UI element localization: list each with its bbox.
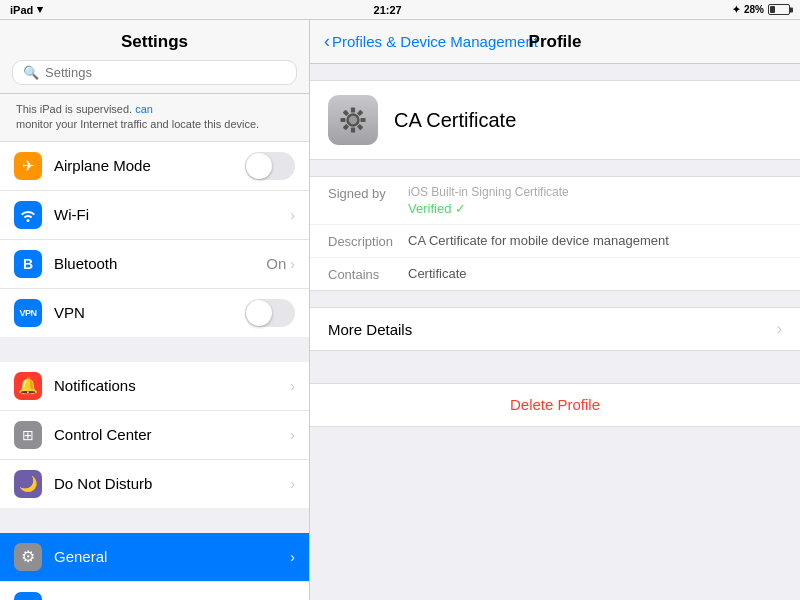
svg-rect-4 [351, 128, 355, 133]
vpn-label: VPN [54, 304, 245, 321]
signed-by-content: iOS Built-in Signing Certificate Verifie… [408, 185, 569, 216]
ipad-label: iPad [10, 4, 33, 16]
dnd-label: Do Not Disturb [54, 475, 290, 492]
notifications-arrow-icon: › [290, 378, 295, 394]
verified-row: Verified ✓ [408, 201, 569, 216]
main-layout: Settings 🔍 This iPad is supervised. can … [0, 20, 800, 600]
settings-gear-svg [328, 95, 378, 145]
sidebar: Settings 🔍 This iPad is supervised. can … [0, 20, 310, 600]
control-center-label: Control Center [54, 426, 290, 443]
sidebar-item-notifications[interactable]: 🔔 Notifications › [0, 362, 309, 411]
battery-icon [768, 4, 790, 15]
sidebar-item-dnd[interactable]: 🌙 Do Not Disturb › [0, 460, 309, 508]
sidebar-item-control-center[interactable]: ⊞ Control Center › [0, 411, 309, 460]
sidebar-item-airplane[interactable]: ✈ Airplane Mode [0, 142, 309, 191]
nav-title: Profile [529, 32, 582, 52]
more-details-label: More Details [328, 321, 412, 338]
settings-list: ✈ Airplane Mode Wi-Fi › B Bluetooth On [0, 142, 309, 600]
dnd-arrow-icon: › [290, 476, 295, 492]
sidebar-item-display[interactable]: AA Display & Brightness › [0, 582, 309, 600]
bluetooth-settings-icon: B [14, 250, 42, 278]
contains-value: Certificate [408, 266, 782, 281]
nav-back-arrow-icon: ‹ [324, 31, 330, 52]
dnd-icon: 🌙 [14, 470, 42, 498]
sidebar-item-vpn[interactable]: VPN VPN [0, 289, 309, 337]
bluetooth-arrow-icon: › [290, 256, 295, 272]
bluetooth-label: Bluetooth [54, 255, 266, 272]
profile-content: CA Certificate Signed by iOS Built-in Si… [310, 64, 800, 600]
supervised-can: can [135, 103, 153, 115]
separator-1 [0, 338, 309, 362]
separator-2 [0, 509, 309, 533]
profile-icon-wrap [328, 95, 378, 145]
verified-checkmark-icon: ✓ [455, 201, 466, 216]
settings-section-connectivity: ✈ Airplane Mode Wi-Fi › B Bluetooth On [0, 142, 309, 337]
general-arrow-icon: › [290, 549, 295, 565]
display-icon: AA [14, 592, 42, 600]
general-icon: ⚙ [14, 543, 42, 571]
contains-label: Contains [328, 266, 408, 282]
battery-percent: 28% [744, 4, 764, 15]
battery-fill [770, 6, 775, 13]
nav-bar-inner: ‹ Profiles & Device Management Profile [324, 31, 786, 52]
wifi-label: Wi-Fi [54, 206, 290, 223]
more-details-arrow-icon: › [777, 320, 782, 338]
wifi-status-icon: ▾ [37, 3, 43, 16]
contains-row: Contains Certificate [310, 258, 800, 290]
supervised-text: This iPad is supervised. can monitor you… [16, 102, 259, 133]
description-value: CA Certificate for mobile device managem… [408, 233, 782, 248]
signed-by-label: Signed by [328, 185, 408, 201]
nav-back-label: Profiles & Device Management [332, 33, 538, 50]
wifi-icon [14, 201, 42, 229]
notifications-icon: 🔔 [14, 372, 42, 400]
profile-card: CA Certificate [310, 80, 800, 160]
sidebar-item-general[interactable]: ⚙ General › [0, 533, 309, 582]
control-center-icon: ⊞ [14, 421, 42, 449]
settings-section-system: 🔔 Notifications › ⊞ Control Center › 🌙 D… [0, 362, 309, 508]
verified-label: Verified [408, 201, 451, 216]
airplane-label: Airplane Mode [54, 157, 245, 174]
airplane-toggle[interactable] [245, 152, 295, 180]
sidebar-header: Settings 🔍 [0, 20, 309, 94]
search-input[interactable] [45, 65, 286, 80]
status-left: iPad ▾ [10, 3, 43, 16]
vpn-toggle[interactable] [245, 299, 295, 327]
sidebar-title: Settings [12, 28, 297, 60]
wifi-arrow-icon: › [290, 207, 295, 223]
search-box[interactable]: 🔍 [12, 60, 297, 85]
control-center-arrow-icon: › [290, 427, 295, 443]
sidebar-item-wifi[interactable]: Wi-Fi › [0, 191, 309, 240]
sidebar-item-bluetooth[interactable]: B Bluetooth On › [0, 240, 309, 289]
svg-rect-6 [341, 118, 346, 122]
delete-profile-section[interactable]: Delete Profile [310, 383, 800, 427]
signed-by-row: Signed by iOS Built-in Signing Certifica… [310, 177, 800, 225]
airplane-icon: ✈ [14, 152, 42, 180]
search-icon: 🔍 [23, 65, 39, 80]
delete-profile-label: Delete Profile [510, 396, 600, 413]
more-details-row[interactable]: More Details › [310, 307, 800, 351]
svg-rect-3 [351, 108, 355, 113]
bluetooth-value: On [266, 255, 286, 272]
nav-bar: ‹ Profiles & Device Management Profile [310, 20, 800, 64]
vpn-icon: VPN [14, 299, 42, 327]
bluetooth-icon: ✦ [732, 4, 740, 15]
profile-details: Signed by iOS Built-in Signing Certifica… [310, 176, 800, 291]
description-label: Description [328, 233, 408, 249]
status-bar: iPad ▾ 21:27 ✦ 28% [0, 0, 800, 20]
content-separator [310, 367, 800, 383]
signed-by-value: iOS Built-in Signing Certificate [408, 185, 569, 199]
nav-back-button[interactable]: ‹ Profiles & Device Management [324, 31, 538, 52]
svg-rect-5 [361, 118, 366, 122]
status-time: 21:27 [374, 4, 402, 16]
notifications-label: Notifications [54, 377, 290, 394]
profile-name: CA Certificate [394, 109, 516, 132]
right-panel: ‹ Profiles & Device Management Profile [310, 20, 800, 600]
supervised-banner: This iPad is supervised. can monitor you… [0, 94, 309, 142]
general-label: General [54, 548, 290, 565]
status-right: ✦ 28% [732, 4, 790, 15]
description-row: Description CA Certificate for mobile de… [310, 225, 800, 258]
svg-point-2 [349, 116, 357, 124]
settings-section-display: ⚙ General › AA Display & Brightness › ❋ … [0, 533, 309, 600]
